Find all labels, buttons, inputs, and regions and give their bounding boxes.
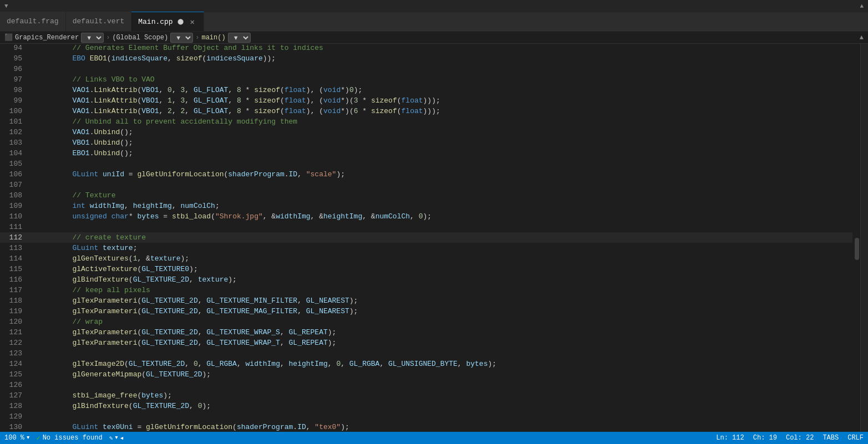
title-bar-dropdown-left[interactable]: ▼ <box>4 3 8 9</box>
line-number: 122 <box>0 338 33 348</box>
code-area[interactable]: 9192 // Generates Vertex Buffer Object a… <box>0 44 852 432</box>
line-number: 98 <box>0 85 33 95</box>
breadcrumb-func[interactable]: main() <box>201 34 225 42</box>
breadcrumb-project-dropdown[interactable]: ▼ <box>81 33 104 43</box>
line-content[interactable]: // Texture <box>33 190 115 201</box>
line-content[interactable]: glGenerateMipmap(GL_TEXTURE_2D); <box>33 369 211 380</box>
line-content[interactable]: VAO1.LinkAttrib(VBO1, 1, 3, GL_FLOAT, 8 … <box>33 95 440 106</box>
line-content[interactable]: // Unbind all to prevent accidentally mo… <box>33 116 297 127</box>
line-number: 120 <box>0 317 33 327</box>
line-number: 123 <box>0 348 33 359</box>
line-number: 109 <box>0 201 33 211</box>
breadcrumb-project[interactable]: Grapics_Renderer <box>15 34 79 42</box>
code-line-111: 111 <box>0 222 852 232</box>
tab-close-button[interactable]: ✕ <box>188 17 197 26</box>
code-line-130: 130 GLuint tex0Uni = glGetUniformLocatio… <box>0 422 852 432</box>
breadcrumb-func-dropdown[interactable]: ▼ <box>228 33 251 43</box>
project-icon: ⬛ <box>4 33 13 42</box>
scrollbar-track[interactable] <box>852 44 860 432</box>
line-content[interactable]: glTexParameteri(GL_TEXTURE_2D, GL_TEXTUR… <box>33 306 358 317</box>
zoom-item[interactable]: 100 % ▼ <box>4 434 29 442</box>
code-line-103: 103 VBO1.Unbind(); <box>0 137 852 148</box>
line-content[interactable]: glActiveTexture(GL_TEXTURE0); <box>33 264 198 274</box>
line-number: 113 <box>0 243 33 253</box>
line-number: 119 <box>0 306 33 317</box>
code-line-101: 101 // Unbind all to prevent accidentall… <box>0 116 852 127</box>
code-line-119: 119 glTexParameteri(GL_TEXTURE_2D, GL_TE… <box>0 306 852 317</box>
breadcrumb-right-arrow[interactable]: ▲ <box>860 34 864 42</box>
line-content[interactable]: GLuint texture; <box>33 243 137 253</box>
line-content[interactable]: unsigned char* bytes = stbi_load("Shrok.… <box>33 211 432 222</box>
code-line-114: 114 glGenTextures(1, &texture); <box>0 253 852 264</box>
code-line-96: 96 <box>0 64 852 74</box>
line-content[interactable]: // Links VBO to VAO <box>33 74 155 85</box>
code-line-95: 95 EBO EBO1(indicesSquare, sizeof(indice… <box>0 53 852 64</box>
line-content[interactable]: glTexImage2D(GL_TEXTURE_2D, 0, GL_RGBA, … <box>33 359 496 369</box>
line-content[interactable]: glTexParameteri(GL_TEXTURE_2D, GL_TEXTUR… <box>33 295 358 306</box>
line-content[interactable]: EBO EBO1(indicesSquare, sizeof(indicesSq… <box>33 53 276 64</box>
line-content[interactable]: glBindTexture(GL_TEXTURE_2D, texture); <box>33 274 237 285</box>
line-number: 116 <box>0 274 33 285</box>
line-number: 102 <box>0 127 33 137</box>
code-line-110: 110 unsigned char* bytes = stbi_load("Sh… <box>0 211 852 222</box>
code-line-102: 102 VAO1.Unbind(); <box>0 127 852 137</box>
line-number: 96 <box>0 64 33 74</box>
line-number: 126 <box>0 380 33 390</box>
code-line-112: 112 // create texture <box>0 232 852 243</box>
zoom-label: 100 % <box>4 434 24 442</box>
line-content[interactable]: glTexParameteri(GL_TEXTURE_2D, GL_TEXTUR… <box>33 327 336 338</box>
code-line-123: 123 <box>0 348 852 359</box>
line-content[interactable]: glTexParameteri(GL_TEXTURE_2D, GL_TEXTUR… <box>33 338 336 348</box>
line-number: 118 <box>0 295 33 306</box>
tab-label-default-frag: default.frag <box>7 17 59 25</box>
breadcrumb-scope[interactable]: (Global Scope) <box>112 34 168 42</box>
line-number: 124 <box>0 359 33 369</box>
line-content[interactable]: // keep all pixels <box>33 285 150 295</box>
line-number: 112 <box>0 232 33 243</box>
code-line-121: 121 glTexParameteri(GL_TEXTURE_2D, GL_TE… <box>0 327 852 338</box>
line-content[interactable]: GLuint tex0Uni = glGetUniformLocation(sh… <box>33 422 349 432</box>
line-content[interactable]: // create texture <box>33 232 146 243</box>
git-arrow-left[interactable]: ◀ <box>120 435 123 441</box>
line-content[interactable]: glGenTextures(1, &texture); <box>33 253 189 264</box>
tabs-label[interactable]: TABS <box>823 434 839 442</box>
line-number: 121 <box>0 327 33 338</box>
code-lines[interactable]: 9192 // Generates Vertex Buffer Object a… <box>0 44 852 432</box>
git-item[interactable]: ✎ ▼ ◀ <box>109 435 123 442</box>
line-content[interactable]: VAO1.LinkAttrib(VBO1, 2, 2, GL_FLOAT, 8 … <box>33 106 440 116</box>
line-content[interactable]: VAO1.Unbind(); <box>33 127 133 137</box>
scrollbar-thumb[interactable] <box>855 238 859 260</box>
breadcrumb-sep-2: › <box>195 34 199 42</box>
code-line-94: 94 // Generates Element Buffer Object an… <box>0 44 852 53</box>
line-content[interactable]: stbi_image_free(bytes); <box>33 390 172 401</box>
git-dropdown[interactable]: ▼ <box>115 435 118 441</box>
check-icon: ✓ <box>36 434 40 442</box>
line-number: 101 <box>0 116 33 127</box>
line-content[interactable]: int widthImg, heightImg, numColCh; <box>33 201 220 211</box>
code-line-104: 104 EBO1.Unbind(); <box>0 148 852 159</box>
line-number: 115 <box>0 264 33 274</box>
line-content[interactable]: // wrap <box>33 317 103 327</box>
code-line-117: 117 // keep all pixels <box>0 285 852 295</box>
tab-main-cpp[interactable]: Main.cpp ⬤ ✕ <box>131 12 204 31</box>
issues-item[interactable]: ✓ No issues found <box>36 434 102 442</box>
line-content[interactable]: VAO1.LinkAttrib(VBO1, 0, 3, GL_FLOAT, 8 … <box>33 85 362 95</box>
line-content[interactable]: VBO1.Unbind(); <box>33 137 133 148</box>
code-line-99: 99 VAO1.LinkAttrib(VBO1, 1, 3, GL_FLOAT,… <box>0 95 852 106</box>
code-line-127: 127 stbi_image_free(bytes); <box>0 390 852 401</box>
zoom-dropdown[interactable]: ▼ <box>27 435 29 441</box>
line-number: 104 <box>0 148 33 159</box>
tab-default-vert[interactable]: default.vert <box>66 12 132 31</box>
encoding-label[interactable]: CRLF <box>847 434 864 442</box>
line-content[interactable]: glBindTexture(GL_TEXTURE_2D, 0); <box>33 401 211 411</box>
breadcrumb-scope-dropdown[interactable]: ▼ <box>170 33 193 43</box>
code-line-118: 118 glTexParameteri(GL_TEXTURE_2D, GL_TE… <box>0 295 852 306</box>
code-line-107: 107 <box>0 180 852 190</box>
line-content[interactable]: GLuint uniId = glGetUniformLocation(shad… <box>33 169 345 180</box>
tab-default-frag[interactable]: default.frag <box>0 12 66 31</box>
code-line-106: 106 GLuint uniId = glGetUniformLocation(… <box>0 169 852 180</box>
line-content[interactable]: // Generates Element Buffer Object and l… <box>33 44 323 53</box>
code-line-128: 128 glBindTexture(GL_TEXTURE_2D, 0); <box>0 401 852 411</box>
line-content[interactable]: EBO1.Unbind(); <box>33 148 133 159</box>
title-bar-dropdown-right[interactable]: ▲ <box>860 3 864 9</box>
